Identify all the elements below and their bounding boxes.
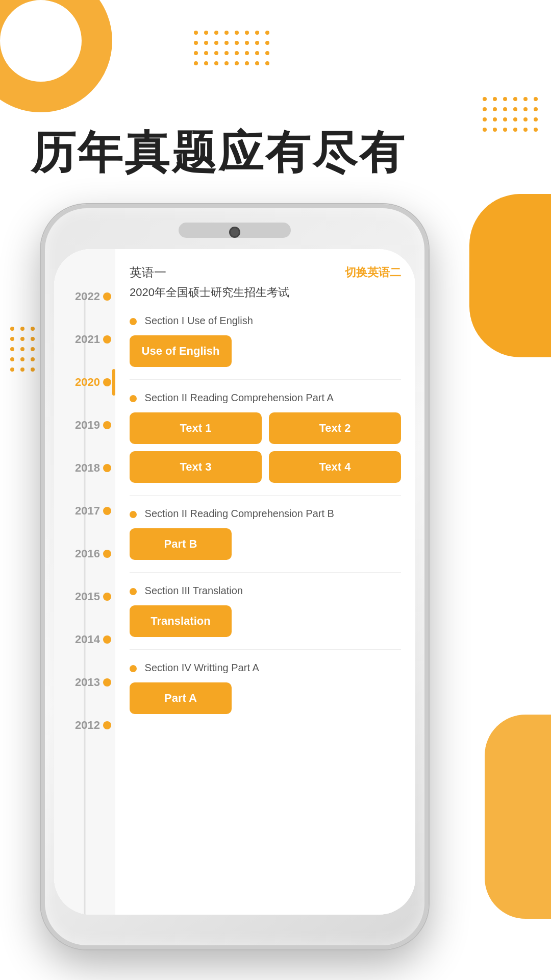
year-item-2022[interactable]: 2022 — [54, 290, 115, 303]
section-title-4: Section III Translation — [130, 583, 401, 598]
decorative-dots-top-center — [194, 31, 272, 68]
section-dot-5 — [130, 665, 137, 672]
year-label-2019: 2019 — [75, 419, 100, 432]
phone-camera — [229, 227, 240, 238]
year-label-2013: 2013 — [75, 676, 100, 689]
section-title-3: Section II Reading Comprehension Part B — [130, 506, 401, 521]
year-active-bar — [112, 369, 115, 396]
section-title-2: Section II Reading Comprehension Part A — [130, 390, 401, 405]
year-dot-2017 — [103, 507, 111, 515]
year-item-2021[interactable]: 2021 — [54, 333, 115, 346]
decorative-arc-right-mid — [469, 194, 551, 357]
text4-button[interactable]: Text 4 — [269, 451, 401, 483]
year-label-2020: 2020 — [75, 376, 100, 389]
year-dot-2019 — [103, 421, 111, 429]
section-block-3: Section II Reading Comprehension Part B … — [130, 506, 401, 560]
section-title-1: Section I Use of English — [130, 313, 401, 328]
year-item-2017[interactable]: 2017 — [54, 504, 115, 518]
section-block-2: Section II Reading Comprehension Part A … — [130, 390, 401, 483]
divider-2 — [130, 495, 401, 496]
section-block-1: Section I Use of English Use of English — [130, 313, 401, 367]
year-dot-2018 — [103, 464, 111, 472]
divider-1 — [130, 379, 401, 380]
section-dot-1 — [130, 318, 137, 325]
year-dot-2012 — [103, 721, 111, 729]
exam-full-title: 2020年全国硕士研究生招生考试 — [130, 285, 401, 301]
year-label-2017: 2017 — [75, 504, 100, 518]
section-1-buttons: Use of English — [130, 335, 232, 367]
year-label-2015: 2015 — [75, 590, 100, 603]
divider-4 — [130, 649, 401, 650]
section-4-buttons: Translation — [130, 605, 232, 637]
year-sidebar: 2022 2021 2020 2019 — [54, 249, 115, 915]
year-item-2019[interactable]: 2019 — [54, 419, 115, 432]
text1-button[interactable]: Text 1 — [130, 412, 262, 444]
year-label-2014: 2014 — [75, 633, 100, 646]
year-item-2015[interactable]: 2015 — [54, 590, 115, 603]
translation-button[interactable]: Translation — [130, 605, 232, 637]
decorative-dots-top-right — [483, 97, 541, 135]
year-label-2022: 2022 — [75, 290, 100, 303]
year-dot-2015 — [103, 593, 111, 601]
section-dot-2 — [130, 395, 137, 402]
section-block-5: Section IV Writting Part A Part A — [130, 660, 401, 714]
phone-shell: 2022 2021 2020 2019 — [41, 204, 429, 949]
year-dot-2021 — [103, 335, 111, 344]
section-dot-3 — [130, 511, 137, 518]
part-a-button[interactable]: Part A — [130, 682, 232, 714]
main-scroll-content[interactable]: 英语一 切换英语二 2020年全国硕士研究生招生考试 Section I Use… — [115, 249, 415, 915]
text3-button[interactable]: Text 3 — [130, 451, 262, 483]
year-item-2014[interactable]: 2014 — [54, 633, 115, 646]
year-item-2012[interactable]: 2012 — [54, 719, 115, 732]
phone-screen-inner: 2022 2021 2020 2019 — [54, 249, 415, 915]
decorative-circle-top-left — [0, 0, 112, 112]
year-label-2016: 2016 — [75, 547, 100, 560]
year-dot-2016 — [103, 550, 111, 558]
year-item-2020[interactable]: 2020 — [54, 376, 115, 389]
phone-screen: 2022 2021 2020 2019 — [54, 249, 415, 915]
year-label-2021: 2021 — [75, 333, 100, 346]
year-item-2013[interactable]: 2013 — [54, 676, 115, 689]
section-3-buttons: Part B — [130, 528, 232, 560]
phone-mockup: 2022 2021 2020 2019 — [41, 204, 429, 949]
year-dot-2022 — [103, 292, 111, 301]
section-title-5: Section IV Writting Part A — [130, 660, 401, 675]
text2-button[interactable]: Text 2 — [269, 412, 401, 444]
year-dot-2014 — [103, 635, 111, 644]
year-dot-2013 — [103, 678, 111, 687]
section-block-4: Section III Translation Translation — [130, 583, 401, 637]
year-item-2016[interactable]: 2016 — [54, 547, 115, 560]
section-5-buttons: Part A — [130, 682, 232, 714]
year-label-2018: 2018 — [75, 461, 100, 475]
exam-type-label: 英语一 — [130, 264, 166, 281]
divider-3 — [130, 572, 401, 573]
year-item-2018[interactable]: 2018 — [54, 461, 115, 475]
year-label-2012: 2012 — [75, 719, 100, 732]
use-of-english-button[interactable]: Use of English — [130, 335, 232, 367]
section-dot-4 — [130, 588, 137, 595]
screen-content: 2022 2021 2020 2019 — [54, 249, 415, 915]
page-main-title: 历年真题应有尽有 — [31, 122, 406, 183]
section-2-buttons: Text 1 Text 2 Text 3 Text 4 — [130, 412, 401, 483]
year-dot-2020 — [103, 378, 111, 386]
switch-exam-button[interactable]: 切换英语二 — [345, 265, 401, 280]
decorative-arc-right-bottom — [485, 715, 551, 919]
part-b-button[interactable]: Part B — [130, 528, 232, 560]
content-header: 英语一 切换英语二 — [130, 264, 401, 281]
